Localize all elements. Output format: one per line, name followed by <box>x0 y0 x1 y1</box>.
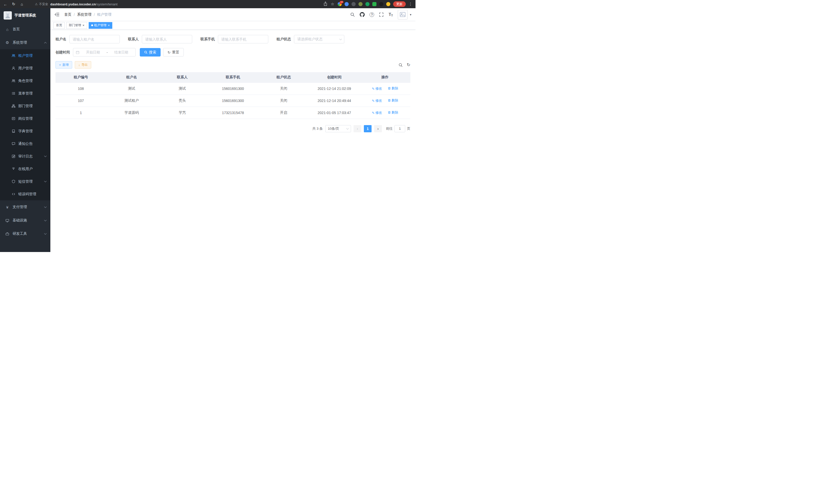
security-warning[interactable]: ⚠ 不安全 <box>35 2 48 6</box>
date-range-picker[interactable]: 开始日期 - 结束日期 <box>73 48 136 57</box>
broadcast-icon <box>11 167 16 171</box>
delete-link[interactable]: 删除 <box>388 86 398 91</box>
date-start-placeholder[interactable]: 开始日期 <box>82 50 105 55</box>
delete-link[interactable]: 删除 <box>388 110 398 115</box>
toggle-search-icon[interactable] <box>399 63 403 67</box>
sidebar-item-tenant[interactable]: 租户管理 <box>0 49 50 62</box>
sidebar-item-system[interactable]: ⚙ 系统管理 <box>0 36 50 49</box>
tab-tenant[interactable]: 租户管理 × <box>89 22 113 29</box>
contact-input[interactable] <box>142 35 192 43</box>
sidebar-item-label: 错误码管理 <box>18 192 46 197</box>
extension-colorwheel-icon[interactable]: 10 <box>338 2 342 6</box>
status-select[interactable]: 请选择租户状态 <box>294 35 344 43</box>
sidebar-item-sms[interactable]: 短信管理 <box>0 175 50 188</box>
bookmark-star-icon[interactable]: ☆ <box>330 2 335 6</box>
search-button-label: 搜索 <box>149 50 156 55</box>
sidebar-item-devtools[interactable]: 研发工具 <box>0 227 50 240</box>
extension-green-icon[interactable] <box>365 2 370 6</box>
breadcrumb-home[interactable]: 首页 <box>64 12 71 17</box>
col-tenant-id: 租户编号 <box>56 72 106 83</box>
goto-page: 前往 页 <box>386 125 410 132</box>
sidebar-item-errcode[interactable]: 错误码管理 <box>0 188 50 200</box>
user-avatar[interactable] <box>398 10 407 20</box>
back-icon[interactable]: ← <box>3 2 8 6</box>
cell-name: 芋道源码 <box>106 107 157 119</box>
collapse-sidebar-icon[interactable] <box>55 12 60 17</box>
sidebar-item-label: 用户管理 <box>18 66 46 71</box>
sidebar-item-menu[interactable]: 菜单管理 <box>0 87 50 100</box>
refresh-icon[interactable]: ↻ <box>407 62 410 67</box>
reload-icon[interactable]: ↻ <box>11 2 16 6</box>
date-end-placeholder[interactable]: 结束日期 <box>110 50 133 55</box>
tab-label: 租户管理 <box>94 23 107 28</box>
breadcrumb-system[interactable]: 系统管理 <box>77 12 91 17</box>
sidebar-item-home[interactable]: ⌂ 首页 <box>0 23 50 36</box>
total-count: 共 3 条 <box>312 126 323 131</box>
help-icon[interactable]: ? <box>370 12 374 17</box>
github-icon[interactable] <box>360 12 365 17</box>
table-header-row: 租户编号 租户名 联系人 联系手机 租户状态 创建时间 操作 <box>56 72 410 83</box>
col-phone: 联系手机 <box>208 72 258 83</box>
sidebar-item-notice[interactable]: 通知公告 <box>0 138 50 150</box>
cell-id: 107 <box>56 94 106 107</box>
extension-black-icon[interactable] <box>379 2 383 6</box>
sidebar-item-dict[interactable]: 字典管理 <box>0 125 50 138</box>
add-button[interactable]: + 新增 <box>56 61 72 68</box>
delete-link[interactable]: 删除 <box>388 98 398 103</box>
font-size-large: T <box>389 12 391 17</box>
address-bar[interactable]: ⚠ 不安全 dashboard.yudao.iocoder.cn/system/… <box>35 2 320 6</box>
next-page-button[interactable]: › <box>374 125 382 132</box>
extension-dark-icon[interactable] <box>351 2 355 6</box>
export-button[interactable]: ↓ 导出 <box>75 61 91 68</box>
avatar-caret-icon[interactable]: ▾ <box>410 13 411 17</box>
cell-id: 1 <box>56 107 106 119</box>
chrome-update-button[interactable]: 更新 <box>393 1 406 7</box>
trash-icon <box>388 111 391 114</box>
sidebar-item-post[interactable]: 岗位管理 <box>0 112 50 125</box>
book-icon <box>11 129 16 133</box>
fullscreen-icon[interactable] <box>379 12 384 17</box>
sidebar-item-online-users[interactable]: 在线用户 <box>0 162 50 175</box>
cell-id: 108 <box>56 83 106 94</box>
sidebar-item-audit-log[interactable]: 审计日志 <box>0 150 50 162</box>
close-icon[interactable]: × <box>108 24 110 27</box>
prev-page-button[interactable]: ‹ <box>353 125 361 132</box>
user-icon <box>11 66 16 70</box>
sidebar-item-role[interactable]: 角色管理 <box>0 75 50 87</box>
tenant-name-input[interactable] <box>69 35 120 43</box>
tab-dept[interactable]: 部门管理 × <box>66 22 87 29</box>
close-icon[interactable]: × <box>83 24 85 27</box>
home-icon[interactable]: ⌂ <box>20 2 24 6</box>
edit-link[interactable]: ✎修改 <box>372 86 382 91</box>
edit-icon: ✎ <box>372 99 375 103</box>
cell-phone: 17321315478 <box>208 107 258 119</box>
app-logo[interactable]: 芋道管理系统 <box>0 8 50 23</box>
warning-icon: ⚠ <box>35 2 38 6</box>
tab-home[interactable]: 首页 <box>53 22 65 29</box>
field-label: 租户状态 <box>277 37 291 41</box>
sidebar-item-payment[interactable]: ¥ 支付管理 <box>0 200 50 214</box>
font-size-icon[interactable]: TT <box>389 12 393 17</box>
phone-input[interactable] <box>218 35 268 43</box>
page-number-1[interactable]: 1 <box>364 125 372 132</box>
goto-page-input[interactable] <box>395 125 405 132</box>
extension-blue-icon[interactable] <box>345 2 349 6</box>
badge-icon <box>11 116 16 121</box>
share-icon[interactable] <box>323 2 327 7</box>
breadcrumb: 首页 / 系统管理 / 租户管理 <box>64 12 112 17</box>
active-dot <box>91 24 93 26</box>
message-bubble-icon <box>11 142 16 146</box>
sidebar-item-user[interactable]: 用户管理 <box>0 62 50 75</box>
edit-link[interactable]: ✎修改 <box>372 98 382 103</box>
reset-button[interactable]: ↻ 重置 <box>163 48 184 57</box>
edit-link[interactable]: ✎修改 <box>372 111 382 115</box>
search-button[interactable]: 搜索 <box>140 48 161 57</box>
search-icon[interactable] <box>350 12 355 17</box>
sidebar-item-infra[interactable]: 基础设施 <box>0 214 50 227</box>
sidebar-item-dept[interactable]: 部门管理 <box>0 100 50 112</box>
extension-chat-icon[interactable] <box>372 2 376 6</box>
extension-olive-icon[interactable] <box>359 2 363 6</box>
browser-menu-icon[interactable]: ⋮ <box>408 2 412 6</box>
page-size-select[interactable]: 10条/页 <box>325 125 351 132</box>
extension-yellow-icon[interactable] <box>386 2 390 6</box>
